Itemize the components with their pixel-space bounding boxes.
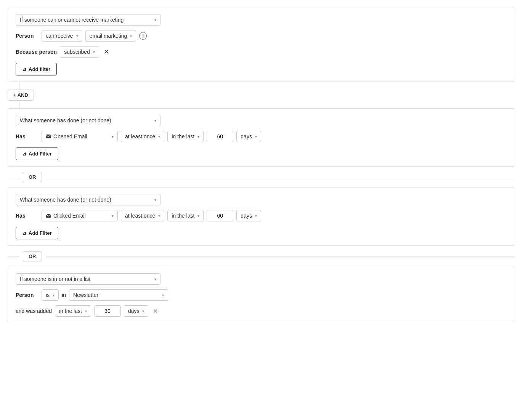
or-separator-1: OR xyxy=(8,172,515,182)
time-filter-2-chevron-icon: ▾ xyxy=(197,214,199,218)
clicked-email-dropdown[interactable]: Clicked Email ▾ xyxy=(42,210,118,221)
connector-and xyxy=(8,82,515,90)
add-filter-icon-3: ⊿ xyxy=(22,230,26,236)
marketing-main-dropdown[interactable]: If someone can or cannot receive marketi… xyxy=(16,14,160,26)
clicked-email-chevron-icon: ▾ xyxy=(112,214,114,218)
subscribed-chevron-icon: ▾ xyxy=(93,50,95,54)
person-label-1: Person xyxy=(16,33,39,39)
time-unit-dropdown-1[interactable]: days ▾ xyxy=(236,131,261,142)
has-label-1: Has xyxy=(16,133,39,139)
vertical-line-1 xyxy=(19,82,19,90)
opened-email-dropdown[interactable]: Opened Email ▾ xyxy=(42,131,118,142)
because-person-label: Because person xyxy=(16,49,57,55)
frequency-dropdown-1[interactable]: at least once ▾ xyxy=(121,131,164,142)
time-filter-dropdown-2[interactable]: in the last ▾ xyxy=(167,210,204,221)
list-condition-block: If someone is in or not in a list ▾ Pers… xyxy=(8,267,515,323)
time-unit-2-chevron-icon: ▾ xyxy=(255,214,257,218)
marketing-condition-block: If someone can or cannot receive marketi… xyxy=(8,8,515,82)
time-unit-1-chevron-icon: ▾ xyxy=(255,135,257,139)
added-time-unit-dropdown[interactable]: days ▾ xyxy=(124,305,149,317)
or-button-2[interactable]: OR xyxy=(23,251,42,261)
vertical-line-2 xyxy=(19,101,19,108)
time-unit-dropdown-2[interactable]: days ▾ xyxy=(236,210,261,221)
or-separator-2: OR xyxy=(8,251,515,261)
marketing-type-chevron-icon: ▾ xyxy=(130,34,132,38)
opened-email-chevron-icon: ▾ xyxy=(112,135,114,139)
add-filter-button-1[interactable]: ⊿ Add filter xyxy=(16,63,57,75)
add-filter-button-3[interactable]: ⊿ Add Filter xyxy=(16,227,58,239)
time-filter-dropdown-1[interactable]: in the last ▾ xyxy=(167,131,204,142)
list-main-dropdown[interactable]: If someone is in or not in a list ▾ xyxy=(16,273,160,285)
email-icon-1 xyxy=(46,135,51,138)
has-label-2: Has xyxy=(16,213,39,219)
added-time-value-input[interactable] xyxy=(94,305,121,317)
marketing-main-chevron-icon: ▾ xyxy=(154,18,156,22)
person-label-2: Person xyxy=(16,292,39,298)
added-time-filter-chevron-icon: ▾ xyxy=(85,309,87,313)
add-filter-icon-1: ⊿ xyxy=(22,66,26,72)
add-filter-icon-2: ⊿ xyxy=(22,151,26,157)
or-button-1[interactable]: OR xyxy=(23,172,42,182)
time-value-input-1[interactable] xyxy=(207,131,233,142)
and-was-added-label: and was added xyxy=(16,308,52,314)
frequency-2-chevron-icon: ▾ xyxy=(158,214,160,218)
added-time-filter-dropdown[interactable]: in the last ▾ xyxy=(55,305,91,317)
has-done-dropdown-1[interactable]: What someone has done (or not done) ▾ xyxy=(16,115,160,126)
frequency-dropdown-2[interactable]: at least once ▾ xyxy=(121,210,164,221)
remove-added-filter-button[interactable]: ✕ xyxy=(151,308,159,315)
has-done-1-chevron-icon: ▾ xyxy=(154,119,156,123)
is-chevron-icon: ▾ xyxy=(53,293,55,297)
has-done-dropdown-2[interactable]: What someone has done (or not done) ▾ xyxy=(16,194,160,205)
time-filter-1-chevron-icon: ▾ xyxy=(197,135,199,139)
clicked-email-block: What someone has done (or not done) ▾ Ha… xyxy=(8,188,515,246)
has-done-2-chevron-icon: ▾ xyxy=(154,198,156,202)
email-icon-2 xyxy=(46,214,51,218)
can-receive-dropdown[interactable]: can receive ▾ xyxy=(42,30,82,42)
added-time-unit-chevron-icon: ▾ xyxy=(142,309,144,313)
remove-subscribed-button[interactable]: ✕ xyxy=(102,48,111,56)
add-filter-button-2[interactable]: ⊿ Add Filter xyxy=(16,147,58,160)
subscribed-dropdown[interactable]: subscribed ▾ xyxy=(60,46,99,58)
list-chevron-icon: ▾ xyxy=(162,293,164,297)
in-label: in xyxy=(62,292,66,298)
info-icon[interactable]: i xyxy=(139,32,147,40)
opened-email-block: What someone has done (or not done) ▾ Ha… xyxy=(8,108,515,167)
list-name-dropdown[interactable]: Newsletter ▾ xyxy=(69,289,168,301)
connector-and-bottom xyxy=(8,101,515,108)
is-dropdown[interactable]: is ▾ xyxy=(42,289,59,301)
frequency-1-chevron-icon: ▾ xyxy=(158,135,160,139)
can-receive-chevron-icon: ▾ xyxy=(76,34,78,38)
marketing-type-dropdown[interactable]: email marketing ▾ xyxy=(85,30,136,42)
and-button[interactable]: + AND xyxy=(8,90,34,101)
time-value-input-2[interactable] xyxy=(207,210,233,221)
list-main-chevron-icon: ▾ xyxy=(154,277,156,281)
